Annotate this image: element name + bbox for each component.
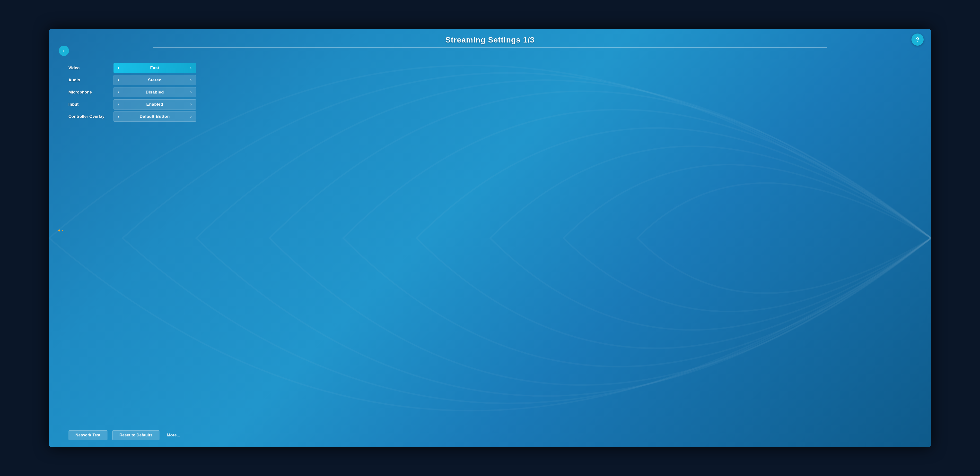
page-title: Streaming Settings 1/3 bbox=[68, 35, 912, 44]
controller-overlay-prev-button[interactable]: ‹ bbox=[114, 112, 124, 121]
microphone-value: Disabled bbox=[124, 90, 186, 95]
reset-defaults-button[interactable]: Reset to Defaults bbox=[112, 430, 159, 440]
microphone-label: Microphone bbox=[68, 90, 113, 95]
footer-bar: Network Test Reset to Defaults More... bbox=[49, 430, 931, 440]
microphone-control[interactable]: ‹ Disabled › bbox=[113, 87, 196, 97]
setting-row-controller-overlay: Controller Overlay ‹ Default Button › bbox=[68, 111, 921, 122]
input-prev-button[interactable]: ‹ bbox=[114, 100, 124, 109]
audio-control[interactable]: ‹ Stereo › bbox=[113, 75, 196, 85]
video-control[interactable]: ‹ Fast › bbox=[113, 63, 196, 73]
network-test-button[interactable]: Network Test bbox=[68, 430, 108, 440]
decorative-dots bbox=[58, 230, 63, 232]
page-header: Streaming Settings 1/3 bbox=[49, 29, 931, 48]
video-value: Fast bbox=[124, 65, 186, 70]
screen-container: .wave { fill: none; stroke: rgba(255,255… bbox=[49, 29, 931, 447]
input-control[interactable]: ‹ Enabled › bbox=[113, 99, 196, 109]
dot-1 bbox=[58, 230, 60, 232]
input-value: Enabled bbox=[124, 102, 186, 107]
controller-overlay-value: Default Button bbox=[124, 114, 186, 119]
input-label: Input bbox=[68, 102, 113, 107]
settings-top-divider bbox=[68, 60, 623, 60]
audio-next-button[interactable]: › bbox=[186, 75, 196, 85]
microphone-next-button[interactable]: › bbox=[186, 87, 196, 97]
setting-row-microphone: Microphone ‹ Disabled › bbox=[68, 87, 921, 98]
question-mark-icon: ? bbox=[916, 36, 920, 43]
controller-overlay-label: Controller Overlay bbox=[68, 114, 113, 119]
audio-value: Stereo bbox=[124, 78, 186, 83]
audio-label: Audio bbox=[68, 78, 113, 83]
more-button[interactable]: More... bbox=[167, 433, 180, 438]
setting-row-input: Input ‹ Enabled › bbox=[68, 99, 921, 110]
help-button[interactable]: ? bbox=[912, 33, 924, 46]
chevron-left-icon: ‹ bbox=[63, 48, 65, 54]
audio-prev-button[interactable]: ‹ bbox=[114, 75, 124, 85]
video-next-button[interactable]: › bbox=[186, 63, 196, 73]
video-prev-button[interactable]: ‹ bbox=[114, 63, 124, 73]
setting-row-audio: Audio ‹ Stereo › bbox=[68, 75, 921, 86]
controller-overlay-next-button[interactable]: › bbox=[186, 112, 196, 121]
video-label: Video bbox=[68, 65, 113, 70]
back-button[interactable]: ‹ bbox=[59, 46, 69, 56]
microphone-prev-button[interactable]: ‹ bbox=[114, 87, 124, 97]
input-next-button[interactable]: › bbox=[186, 100, 196, 109]
setting-row-video: Video ‹ Fast › bbox=[68, 62, 921, 74]
settings-panel: Video ‹ Fast › Audio ‹ Stereo › Micropho… bbox=[49, 52, 931, 122]
controller-overlay-control[interactable]: ‹ Default Button › bbox=[113, 111, 196, 122]
dot-2 bbox=[62, 230, 63, 231]
